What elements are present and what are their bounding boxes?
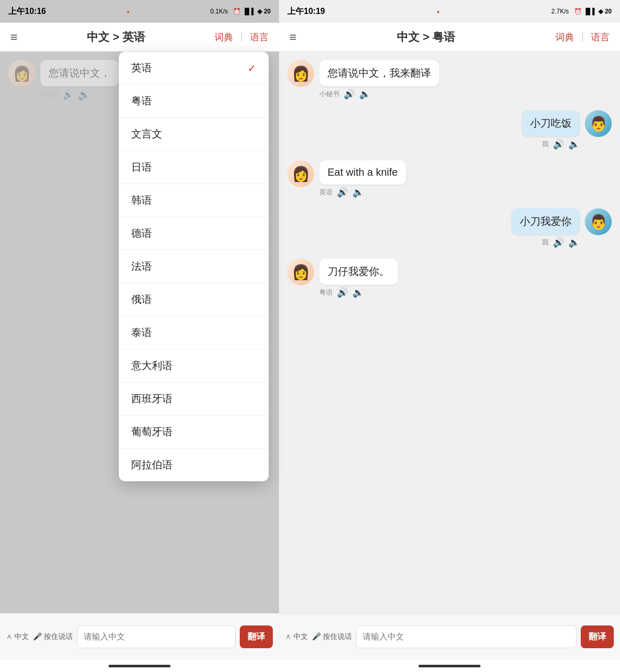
dropdown-item-0[interactable]: 英语✓	[119, 52, 269, 85]
left-divider: |	[240, 31, 243, 43]
msg-audio-4[interactable]: 🔊	[337, 287, 348, 298]
dropdown-item-label-12: 阿拉伯语	[131, 458, 173, 472]
msg-wave-4[interactable]: 🔈	[352, 287, 364, 298]
dropdown-item-7[interactable]: 俄语	[119, 283, 269, 316]
left-header: ≡ 中文 > 英语 词典 | 语言	[0, 23, 279, 52]
dropdown-item-label-3: 日语	[131, 160, 152, 174]
language-dropdown: 英语✓粤语文言文日语韩语德语法语俄语泰语意大利语西班牙语葡萄牙语阿拉伯语	[119, 52, 269, 481]
left-lang-selector[interactable]: ∧ 中文	[6, 632, 29, 642]
dropdown-item-10[interactable]: 西班牙语	[119, 383, 269, 416]
msg-content-3: 小刀我爱你 🔈 🔊 我	[512, 208, 580, 248]
msg-row-1: 👨小刀吃饭 🔈 🔊 我	[287, 110, 612, 150]
left-bottom-bar: ∧ 中文 🎤 按住说话 翻译	[0, 613, 279, 660]
dropdown-item-4[interactable]: 韩语	[119, 184, 269, 217]
left-lang-text: ∧ 中文	[6, 632, 29, 642]
msg-bubble-2: Eat with a knife	[319, 160, 406, 185]
left-menu-icon[interactable]: ≡	[10, 30, 18, 44]
dropdown-item-6[interactable]: 法语	[119, 250, 269, 283]
msg-row-3: 👨小刀我爱你 🔈 🔊 我	[287, 208, 612, 248]
right-header: ≡ 中文 > 粤语 词典 | 语言	[279, 23, 620, 52]
check-icon-0: ✓	[247, 62, 256, 74]
msg-avatar-4: 👩	[287, 258, 314, 285]
msg-content-2: Eat with a knife 英语 🔊 🔈	[319, 160, 406, 198]
left-translate-btn[interactable]: 翻译	[240, 625, 273, 648]
left-header-actions: 词典 | 语言	[214, 31, 269, 43]
right-text-input[interactable]	[356, 625, 577, 648]
dropdown-item-label-8: 泰语	[131, 326, 152, 340]
right-lang-selector[interactable]: ∧ 中文	[285, 632, 308, 642]
dropdown-item-2[interactable]: 文言文	[119, 118, 269, 151]
right-lang-text: ∧ 中文	[285, 632, 308, 642]
dropdown-item-1[interactable]: 粤语	[119, 85, 269, 118]
left-panel: 上午10:16 ● 0.1K/s ⏰ ▐▌▌ ◈ 20 ≡ 中文 > 英语 词典…	[0, 0, 279, 672]
dropdown-item-label-0: 英语	[131, 61, 152, 75]
msg-avatar-1: 👨	[585, 110, 612, 137]
left-mic-text: 🎤 按住说话	[33, 632, 73, 642]
dropdown-item-label-7: 俄语	[131, 293, 152, 307]
right-mic-btn[interactable]: 🎤 按住说话	[312, 632, 352, 642]
msg-row-4: 👩刀仔我爱你。 粤语 🔊 🔈	[287, 258, 612, 298]
msg-avatar-0: 👩	[287, 60, 314, 87]
msg-bubble-4: 刀仔我爱你。	[319, 258, 398, 285]
dropdown-item-label-5: 德语	[131, 226, 152, 240]
left-audio-icon[interactable]: 🔊	[63, 90, 73, 100]
left-dict-btn[interactable]: 词典	[214, 31, 233, 43]
right-status-dot: ●	[437, 9, 440, 14]
right-panel: 上午10:19 ● 2.7K/s ⏰ ▐▌▌ ◈ 20 ≡ 中文 > 粤语 词典…	[279, 0, 620, 672]
left-bot-actions: 小秘书 🔊 🔈	[40, 88, 119, 101]
msg-wave-2[interactable]: 🔈	[352, 187, 364, 198]
left-status-dot: ●	[127, 9, 130, 14]
right-lang-btn[interactable]: 语言	[591, 31, 610, 43]
msg-wave-1[interactable]: 🔈	[568, 139, 580, 150]
msg-audio-1[interactable]: 🔊	[553, 139, 564, 150]
right-menu-icon[interactable]: ≡	[289, 30, 297, 44]
right-status-bar: 上午10:19 ● 2.7K/s ⏰ ▐▌▌ ◈ 20	[279, 0, 620, 23]
left-name-label: 小秘书	[40, 90, 59, 99]
msg-actions-2: 英语 🔊 🔈	[319, 187, 406, 198]
msg-row-0: 👩您请说中文，我来翻译 小秘书 🔊 🔈	[287, 60, 612, 100]
left-header-title: 中文 > 英语	[87, 29, 145, 45]
left-bot-content: 您请说中文， 小秘书 🔊 🔈	[40, 60, 119, 101]
msg-name-0: 小秘书	[319, 89, 339, 99]
msg-actions-1: 🔈 🔊 我	[542, 139, 580, 150]
dropdown-item-12[interactable]: 阿拉伯语	[119, 449, 269, 481]
msg-avatar-2: 👩	[287, 160, 314, 187]
right-chat-area: 👩您请说中文，我来翻译 小秘书 🔊 🔈 👨小刀吃饭 🔈 🔊 我 👩Eat wit…	[279, 52, 620, 613]
right-translate-btn[interactable]: 翻译	[581, 625, 614, 648]
left-signal-icons: ⏰ ▐▌▌ ◈ 20	[233, 8, 271, 15]
msg-name-3: 我	[542, 238, 549, 247]
msg-audio-2[interactable]: 🔊	[337, 187, 348, 198]
right-home-indicator	[279, 660, 620, 672]
msg-actions-3: 🔈 🔊 我	[542, 237, 580, 248]
msg-audio-3[interactable]: 🔊	[553, 237, 564, 248]
left-mic-btn[interactable]: 🎤 按住说话	[33, 632, 73, 642]
right-signal-icons: ⏰ ▐▌▌ ◈ 20	[574, 8, 612, 15]
dropdown-item-5[interactable]: 德语	[119, 217, 269, 250]
right-divider: |	[581, 31, 584, 43]
right-home-bar	[419, 665, 481, 667]
dropdown-item-label-1: 粤语	[131, 94, 152, 108]
dropdown-item-9[interactable]: 意大利语	[119, 349, 269, 383]
right-status-icons: 2.7K/s ⏰ ▐▌▌ ◈ 20	[551, 8, 612, 15]
msg-actions-0: 小秘书 🔊 🔈	[319, 88, 439, 100]
right-header-title: 中文 > 粤语	[397, 29, 455, 45]
dropdown-item-8[interactable]: 泰语	[119, 316, 269, 349]
msg-audio-0[interactable]: 🔊	[344, 88, 355, 100]
left-text-input[interactable]	[77, 625, 236, 648]
dropdown-item-3[interactable]: 日语	[119, 151, 269, 184]
right-dict-btn[interactable]: 词典	[555, 31, 574, 43]
left-wave-icon[interactable]: 🔈	[78, 88, 90, 101]
msg-avatar-3: 👨	[585, 208, 612, 235]
left-time: 上午10:16	[8, 6, 46, 17]
dropdown-item-label-6: 法语	[131, 259, 152, 273]
right-bottom-bar: ∧ 中文 🎤 按住说话 翻译	[279, 613, 620, 660]
msg-bubble-3: 小刀我爱你	[512, 208, 580, 235]
dropdown-item-11[interactable]: 葡萄牙语	[119, 416, 269, 449]
left-lang-btn[interactable]: 语言	[250, 31, 269, 43]
right-mic-text: 🎤 按住说话	[312, 632, 352, 642]
msg-wave-0[interactable]: 🔈	[359, 88, 370, 100]
left-home-indicator	[0, 660, 279, 672]
msg-content-1: 小刀吃饭 🔈 🔊 我	[522, 110, 580, 150]
left-home-bar	[109, 665, 171, 667]
msg-wave-3[interactable]: 🔈	[568, 237, 580, 248]
